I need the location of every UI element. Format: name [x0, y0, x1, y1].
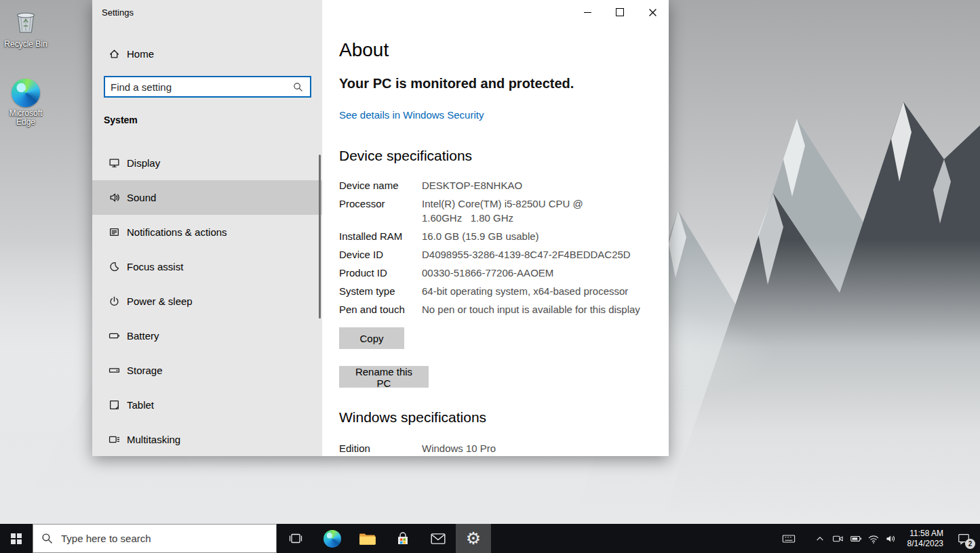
minimize-button[interactable]: [571, 0, 604, 24]
sidebar-item-storage[interactable]: Storage: [92, 353, 322, 388]
edge-icon: [324, 530, 341, 548]
settings-search-input[interactable]: [105, 81, 293, 93]
window-controls: [571, 0, 669, 24]
windows-spec-table: Edition Windows 10 Pro: [339, 441, 658, 456]
about-page: About Your PC is monitored and protected…: [322, 0, 669, 456]
copy-button[interactable]: Copy: [339, 327, 404, 349]
taskbar: ⚙: [0, 524, 980, 553]
clock-time: 11:58 AM: [909, 529, 943, 539]
edge-icon: [12, 79, 40, 107]
sidebar-item-label: Notifications & actions: [127, 226, 227, 238]
desktop-icon-recycle-bin[interactable]: Recycle Bin: [1, 7, 50, 49]
maximize-button[interactable]: [604, 0, 636, 24]
spec-value: 16.0 GB (15.9 GB usable): [422, 229, 648, 243]
recycle-bin-icon: [12, 7, 40, 35]
spec-label: Edition: [339, 441, 422, 455]
desktop-icon-label: Microsoft Edge: [1, 109, 50, 127]
touch-keyboard-button[interactable]: [779, 524, 798, 553]
taskbar-app-store[interactable]: [385, 524, 420, 553]
spec-row-processor: Processor Intel(R) Core(TM) i5-8250U CPU…: [339, 197, 658, 225]
touch-keyboard-icon: [782, 532, 796, 546]
windows-start-icon: [11, 533, 22, 544]
sidebar-item-label: Display: [127, 157, 160, 169]
taskbar-clock[interactable]: 11:58 AM 8/14/2023: [900, 524, 947, 553]
taskbar-app-settings[interactable]: ⚙: [456, 524, 491, 553]
taskbar-search-input[interactable]: [60, 532, 268, 545]
file-explorer-icon: [359, 531, 376, 547]
spec-label: Processor: [339, 197, 422, 225]
sidebar-item-label: Tablet: [127, 399, 154, 411]
minimize-icon: [584, 12, 591, 13]
sidebar-item-sound[interactable]: Sound: [92, 180, 322, 215]
taskbar-app-edge[interactable]: [315, 524, 350, 553]
sound-icon: [109, 192, 120, 203]
sidebar-section-system: System: [104, 115, 138, 125]
desktop-icon-label: Recycle Bin: [1, 40, 50, 49]
spec-label: Pen and touch: [339, 302, 422, 316]
network-status[interactable]: [865, 524, 882, 553]
spec-row-device-id: Device ID D4098955-3286-4139-8C47-2F4BED…: [339, 247, 658, 262]
tablet-icon: [109, 399, 120, 411]
spec-row-installed-ram: Installed RAM 16.0 GB (15.9 GB usable): [339, 229, 658, 243]
show-hidden-icons-button[interactable]: [810, 524, 829, 553]
settings-sidebar: Home System Display: [92, 0, 322, 456]
sidebar-item-notifications[interactable]: Notifications & actions: [92, 215, 322, 249]
action-center-button[interactable]: 2: [947, 524, 980, 553]
sidebar-scrollbar[interactable]: [319, 155, 321, 319]
battery-icon: [850, 532, 863, 545]
sidebar-item-home[interactable]: Home: [92, 41, 322, 66]
task-view-button[interactable]: [277, 524, 315, 553]
spec-label: Product ID: [339, 266, 422, 280]
sidebar-item-label: Storage: [127, 365, 163, 376]
start-button[interactable]: [0, 524, 33, 553]
search-icon: [293, 82, 303, 92]
sidebar-nav-list: Display Sound Notifications & actions: [92, 146, 322, 457]
spec-label: Installed RAM: [339, 229, 422, 243]
sidebar-item-battery[interactable]: Battery: [92, 319, 322, 353]
multitasking-icon: [109, 434, 120, 445]
rename-pc-button[interactable]: Rename this PC: [339, 366, 429, 388]
sidebar-item-label: Multitasking: [127, 434, 180, 445]
protection-status: Your PC is monitored and protected.: [339, 76, 574, 91]
mail-icon: [430, 531, 446, 547]
desktop-icon-microsoft-edge[interactable]: Microsoft Edge: [1, 79, 50, 127]
sidebar-item-label: Power & sleep: [127, 295, 193, 307]
sidebar-item-power-sleep[interactable]: Power & sleep: [92, 284, 322, 319]
microsoft-store-icon: [395, 531, 411, 547]
taskbar-app-file-explorer[interactable]: [350, 524, 385, 553]
sidebar-item-tablet[interactable]: Tablet: [92, 388, 322, 422]
clock-date: 8/14/2023: [907, 539, 943, 549]
sidebar-item-multitasking[interactable]: Multitasking: [92, 422, 322, 457]
power-icon: [109, 295, 120, 307]
wifi-icon: [867, 533, 880, 545]
sidebar-item-label: Battery: [127, 330, 159, 342]
search-icon: [41, 533, 53, 544]
storage-icon: [109, 365, 120, 376]
sidebar-item-label: Sound: [127, 192, 156, 203]
volume-status[interactable]: [882, 524, 900, 553]
settings-search-box: [104, 76, 311, 98]
display-icon: [109, 157, 120, 169]
settings-gear-icon: ⚙: [466, 530, 481, 547]
page-title: About: [339, 39, 389, 61]
spec-row-edition: Edition Windows 10 Pro: [339, 441, 658, 455]
taskbar-app-mail[interactable]: [420, 524, 456, 553]
chevron-up-icon: [815, 533, 825, 544]
spec-row-device-name: Device name DESKTOP-E8NHKAO: [339, 178, 658, 192]
close-icon: [649, 9, 656, 16]
battery-status[interactable]: [847, 524, 865, 553]
focus-assist-icon: [109, 261, 120, 272]
close-button[interactable]: [636, 0, 669, 24]
spec-value: Intel(R) Core(TM) i5-8250U CPU @ 1.60GHz…: [422, 197, 648, 225]
windows-security-link[interactable]: See details in Windows Security: [339, 109, 484, 121]
meet-now-button[interactable]: [829, 524, 847, 553]
system-tray: 11:58 AM 8/14/2023 2: [779, 524, 980, 553]
tray-spacer: [798, 524, 810, 553]
sidebar-item-focus-assist[interactable]: Focus assist: [92, 249, 322, 284]
windows-specifications-heading: Windows specifications: [339, 409, 486, 426]
spec-label: Device ID: [339, 247, 422, 262]
spec-label: System type: [339, 284, 422, 298]
sidebar-item-display[interactable]: Display: [92, 146, 322, 180]
notification-badge: 2: [965, 539, 975, 549]
settings-window: Settings Home: [92, 0, 669, 456]
